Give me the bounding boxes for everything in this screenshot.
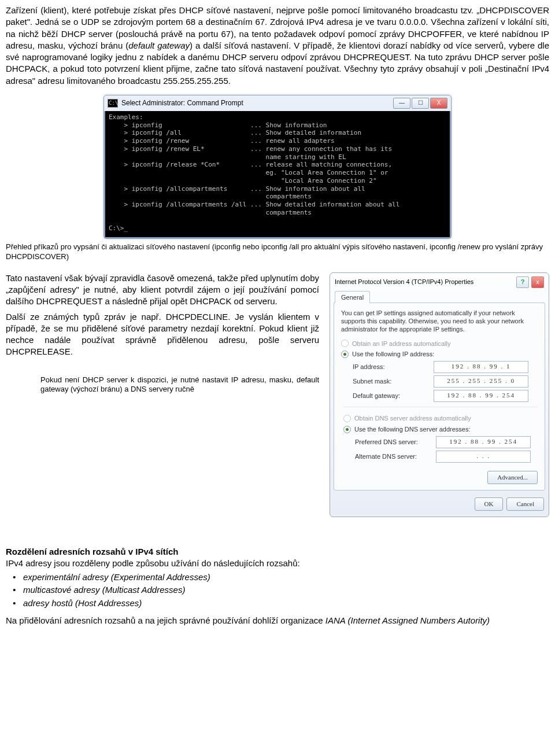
advanced-row: Advanced...: [341, 471, 538, 484]
ipv4-ranges-section: Rozdělení adresních rozsahů v IPv4 sítíc…: [6, 546, 549, 627]
subnet-mask-row: Subnet mask: 255 . 255 . 255 . 0: [353, 375, 538, 388]
radio-obtain-dns-auto: Obtain DNS server address automatically: [343, 414, 538, 423]
cancel-button[interactable]: Cancel: [506, 497, 544, 511]
right-column: Internet Protocol Version 4 (TCP/IPv4) P…: [330, 272, 549, 517]
two-column-section: Tato nastavení však bývají zpravidla čas…: [6, 272, 549, 517]
radio-icon: [343, 415, 351, 422]
alternate-dns-row: Alternate DNS server: . . .: [355, 451, 538, 463]
ranges-list: experimentální adresy (Experimental Addr…: [6, 571, 549, 609]
cmd-window-titlebar: C:\ Select Administrator: Command Prompt…: [104, 95, 451, 111]
radio-icon: [341, 340, 349, 347]
alternate-dns-field[interactable]: . . .: [436, 451, 531, 463]
radio-icon-selected: [341, 351, 349, 358]
minimize-button[interactable]: —: [393, 98, 410, 109]
cmd-icon: C:\: [108, 99, 118, 108]
section-intro: IPv4 adresy jsou rozděleny podle způsobu…: [6, 558, 549, 569]
close-icon[interactable]: x: [531, 276, 544, 288]
cmd-window-container: C:\ Select Administrator: Command Prompt…: [6, 95, 549, 239]
ip-address-row: IP address: 192 . 88 . 99 . 1: [353, 361, 538, 373]
dns-group: Obtain DNS server address automatically …: [343, 407, 538, 463]
ip-address-label: IP address:: [353, 363, 434, 371]
radio-obtain-dns-auto-label: Obtain DNS server address automatically: [354, 414, 471, 423]
radio-icon-selected: [343, 426, 351, 433]
ipv4-dialog-footer: OK Cancel: [330, 494, 549, 517]
cmd-window-title: Select Administrator: Command Prompt: [121, 98, 243, 108]
intro-paragraph: Zařízení (klient), které potřebuje získa…: [6, 5, 549, 87]
default-gateway-field[interactable]: 192 . 88 . 99 . 254: [434, 390, 528, 402]
alternate-dns-label: Alternate DNS server:: [355, 452, 436, 461]
radio-use-following-ip[interactable]: Use the following IP address:: [341, 350, 538, 359]
left-column: Tato nastavení však bývají zpravidla čas…: [6, 272, 319, 403]
section-outro-a: Na přidělování adresních rozsahů a na je…: [6, 615, 325, 625]
radio-obtain-ip-auto-label: Obtain an IP address automatically: [352, 340, 450, 348]
preferred-dns-row: Preferred DNS server: 192 . 88 . 99 . 25…: [355, 436, 538, 448]
cmd-window: C:\ Select Administrator: Command Prompt…: [103, 95, 452, 239]
section-outro: Na přidělování adresních rozsahů a na je…: [6, 615, 549, 626]
ipv4-dialog-body: You can get IP settings assigned automat…: [334, 303, 545, 491]
maximize-button[interactable]: ☐: [412, 98, 429, 109]
list-item: adresy hostů (Host Addresses): [23, 598, 549, 609]
ipv4-properties-dialog: Internet Protocol Version 4 (TCP/IPv4) P…: [330, 272, 549, 517]
section-outro-italic: IANA (Internet Assigned Numbers Autority…: [325, 615, 490, 625]
radio-obtain-ip-auto[interactable]: Obtain an IP address automatically: [341, 340, 538, 348]
ip-address-field[interactable]: 192 . 88 . 99 . 1: [434, 361, 528, 373]
section-heading: Rozdělení adresních rozsahů v IPv4 sítíc…: [6, 546, 549, 558]
radio-use-following-ip-label: Use the following IP address:: [352, 350, 434, 359]
cmd-caption: Přehled příkazů pro vypsání či aktualiza…: [6, 242, 549, 262]
radio-use-following-dns[interactable]: Use the following DNS server addresses:: [343, 425, 538, 434]
cmd-window-body: Examples: > ipconfig ... Show informatio…: [104, 111, 451, 238]
left-note: Pokud není DHCP server k dispozici, je n…: [6, 375, 319, 395]
close-button[interactable]: X: [430, 98, 447, 109]
default-gateway-row: Default gateway: 192 . 88 . 99 . 254: [353, 390, 538, 402]
subnet-mask-label: Subnet mask:: [353, 377, 434, 386]
radio-use-following-dns-label: Use the following DNS server addresses:: [354, 425, 471, 434]
list-item: experimentální adresy (Experimental Addr…: [23, 571, 549, 583]
ipv4-dialog-title: Internet Protocol Version 4 (TCP/IPv4) P…: [335, 278, 473, 286]
advanced-button[interactable]: Advanced...: [487, 471, 538, 484]
preferred-dns-label: Preferred DNS server:: [355, 438, 436, 447]
left-p2: Další ze známých typů zpráv je např. DHC…: [6, 311, 319, 358]
ipv4-intro-text: You can get IP settings assigned automat…: [341, 309, 538, 334]
list-item: multicastové adresy (Multicast Addresses…: [23, 584, 549, 596]
preferred-dns-field[interactable]: 192 . 88 . 99 . 254: [436, 436, 531, 448]
ok-button[interactable]: OK: [475, 497, 504, 511]
subnet-mask-field[interactable]: 255 . 255 . 255 . 0: [434, 375, 528, 388]
ipv4-dialog-titlebar: Internet Protocol Version 4 (TCP/IPv4) P…: [330, 273, 549, 290]
tab-general[interactable]: General: [335, 291, 370, 303]
help-button[interactable]: ?: [516, 276, 529, 288]
intro-italic-default-gateway: default gateway: [128, 40, 190, 50]
left-p1: Tato nastavení však bývají zpravidla čas…: [6, 272, 319, 308]
ipv4-tabs: General: [330, 290, 549, 303]
default-gateway-label: Default gateway:: [353, 392, 434, 400]
